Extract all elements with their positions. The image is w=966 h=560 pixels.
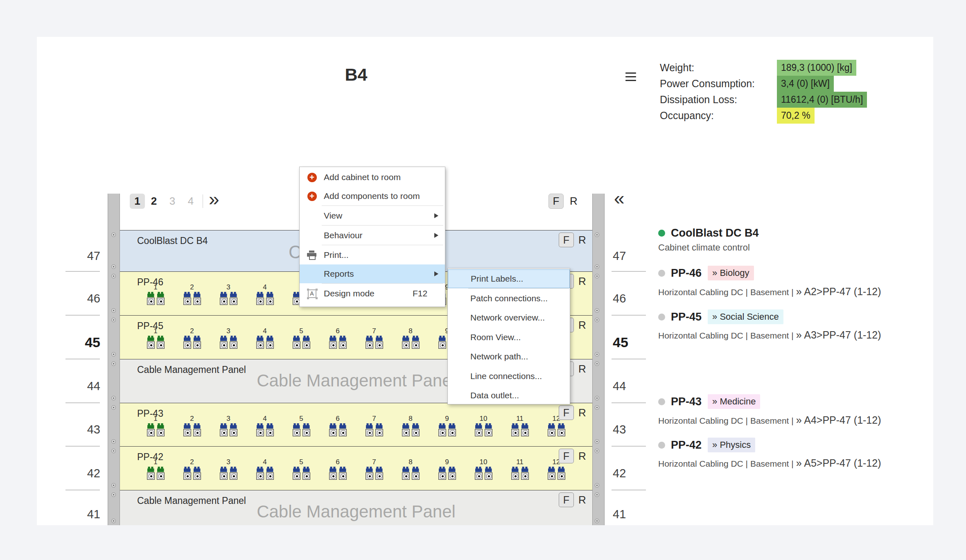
port-1[interactable]: 1 <box>145 283 166 305</box>
menu-item-add-cabinet-to-room[interactable]: +Add cabinet to room <box>300 168 445 187</box>
rack-panel-cable-management-panel[interactable]: Cable Management PanelCable Management P… <box>120 490 592 525</box>
row-face-rear-button[interactable]: R <box>578 319 586 332</box>
jack-icon <box>156 292 165 305</box>
port-3[interactable]: 3 <box>218 415 239 436</box>
plug-icon <box>157 423 164 429</box>
port-jacks <box>436 423 458 436</box>
port-number: 6 <box>327 458 348 466</box>
row-face-rear-button[interactable]: R <box>578 406 586 419</box>
unit-divider <box>612 446 646 447</box>
hamburger-menu-icon[interactable] <box>625 72 636 82</box>
menu-item-view[interactable]: View <box>300 206 445 225</box>
port-3[interactable]: 3 <box>218 327 239 349</box>
jack-icon <box>266 423 274 436</box>
menu-item-print-[interactable]: Print... <box>300 246 445 264</box>
port-1[interactable]: 1 <box>145 327 166 349</box>
submenu-item-network-overview-[interactable]: Network overview... <box>448 308 570 327</box>
plug-icon <box>376 467 383 472</box>
port-4[interactable]: 4 <box>254 327 275 349</box>
port-8[interactable]: 8 <box>400 458 421 480</box>
port-2[interactable]: 2 <box>181 415 203 436</box>
port-4[interactable]: 4 <box>254 283 275 305</box>
detail-title: PP-46 <box>671 267 702 280</box>
port-7[interactable]: 7 <box>363 458 385 480</box>
menu-item-shortcut: F12 <box>413 289 427 298</box>
port-5[interactable]: 5 <box>291 458 312 480</box>
jack-face-icon <box>193 298 201 305</box>
submenu-item-patch-connections-[interactable]: Patch connections... <box>448 289 570 308</box>
collapse-icon[interactable]: « <box>614 190 625 206</box>
port-2[interactable]: 2 <box>181 327 203 349</box>
jack-icon <box>365 423 374 436</box>
port-number: 4 <box>254 327 275 335</box>
port-3[interactable]: 3 <box>218 458 239 480</box>
port-4[interactable]: 4 <box>254 458 275 480</box>
port-number: 7 <box>363 458 385 466</box>
menu-item-behaviour[interactable]: Behaviour <box>300 226 445 245</box>
port-9[interactable]: 9 <box>436 415 458 436</box>
port-jacks <box>291 423 312 436</box>
port-number: 1 <box>145 283 166 291</box>
submenu-item-data-outlet-[interactable]: Data outlet... <box>448 386 570 405</box>
row-face-rear-button[interactable]: R <box>578 450 586 463</box>
port-10[interactable]: 10 <box>473 415 494 436</box>
submenu-item-line-connections-[interactable]: Line connections... <box>448 367 570 386</box>
rack-panel-pp-42[interactable]: PP-42123456789101112FR <box>120 446 592 490</box>
jack-icon <box>511 423 519 436</box>
unit-number-left-42: 42 <box>61 466 100 480</box>
port-jacks <box>509 467 530 480</box>
port-jacks <box>145 336 166 349</box>
port-8[interactable]: 8 <box>400 415 421 436</box>
screw-icon <box>595 483 599 488</box>
rack-panel-pp-43[interactable]: PP-43123456789101112FR <box>120 403 592 446</box>
unit-number-left-47: 47 <box>61 249 100 263</box>
row-face-rear-button[interactable]: R <box>578 234 586 246</box>
submenu-item-room-view-[interactable]: Room View... <box>448 328 570 347</box>
jack-face-icon <box>157 429 165 436</box>
unit-number-right-44: 44 <box>613 379 652 393</box>
port-6[interactable]: 6 <box>327 415 348 436</box>
port-8[interactable]: 8 <box>400 327 421 349</box>
port-jacks <box>181 467 203 480</box>
port-number: 2 <box>181 415 203 423</box>
jack-face-icon <box>266 298 274 305</box>
port-11[interactable]: 11 <box>509 415 530 436</box>
port-7[interactable]: 7 <box>363 327 385 349</box>
row-face-rear-button[interactable]: R <box>578 494 586 506</box>
port-5[interactable]: 5 <box>291 327 312 349</box>
jack-face-icon <box>302 472 310 480</box>
jack-face-icon <box>329 429 337 436</box>
submenu-item-label: Patch connections... <box>470 294 548 303</box>
port-11[interactable]: 11 <box>509 458 530 480</box>
port-1[interactable]: 1 <box>145 458 166 480</box>
port-6[interactable]: 6 <box>327 458 348 480</box>
port-1[interactable]: 1 <box>145 415 166 436</box>
submenu-item-print-labels-[interactable]: Print Labels... <box>448 269 570 288</box>
menu-item-label: Design mode <box>324 289 375 298</box>
menu-item-design-mode[interactable]: ADesign modeF12 <box>300 284 445 303</box>
port-5[interactable]: 5 <box>291 415 312 436</box>
port-2[interactable]: 2 <box>181 458 203 480</box>
row-face-front-button[interactable]: F <box>559 449 574 463</box>
submenu-item-network-path-[interactable]: Network path... <box>448 347 570 366</box>
unit-divider <box>612 359 646 359</box>
port-7[interactable]: 7 <box>363 415 385 436</box>
jack-face-icon <box>557 472 565 480</box>
jack-icon <box>193 423 201 436</box>
port-3[interactable]: 3 <box>218 283 239 305</box>
menu-item-reports[interactable]: Reports <box>300 264 445 283</box>
menu-item-add-components-to-room[interactable]: +Add components to room <box>300 187 445 205</box>
row-face-front-button[interactable]: F <box>559 405 574 420</box>
plug-icon <box>521 467 528 472</box>
port-2[interactable]: 2 <box>181 283 203 305</box>
port-10[interactable]: 10 <box>473 458 494 480</box>
jack-face-icon <box>485 429 492 436</box>
row-face-front-button[interactable]: F <box>559 492 574 507</box>
port-4[interactable]: 4 <box>254 415 275 436</box>
jack-icon <box>339 467 347 480</box>
port-9[interactable]: 9 <box>436 458 458 480</box>
row-face-front-button[interactable]: F <box>559 233 574 247</box>
row-face-rear-button[interactable]: R <box>578 363 586 375</box>
row-face-rear-button[interactable]: R <box>578 275 586 288</box>
port-6[interactable]: 6 <box>327 327 348 349</box>
